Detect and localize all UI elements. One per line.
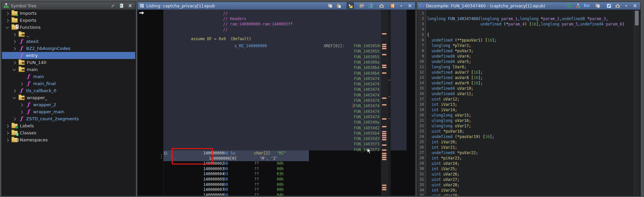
dropdown-icon[interactable]: ▾ bbox=[623, 3, 630, 9]
tree-item-main[interactable]: main bbox=[2, 66, 135, 73]
change-marker[interactable] bbox=[382, 153, 386, 154]
tree-item-tls_callback_0[interactable]: ƒtls_callback_0 bbox=[2, 87, 135, 94]
xref-item[interactable]: FUN_14035f3 bbox=[354, 141, 380, 147]
edit-icon[interactable] bbox=[109, 3, 116, 9]
change-marker[interactable] bbox=[382, 189, 386, 190]
graph-icon[interactable] bbox=[575, 3, 581, 9]
hex-row[interactable]: 14000000700??00h bbox=[163, 187, 407, 192]
snapshot-icon[interactable] bbox=[378, 3, 385, 9]
change-marker[interactable] bbox=[382, 137, 386, 138]
tree-item-main_final[interactable]: ƒmain_final bbox=[2, 80, 135, 87]
chevron-down-icon[interactable] bbox=[12, 97, 16, 98]
tree-item-Imports[interactable]: Imports bbox=[2, 10, 135, 17]
decompile-scrollbar[interactable] bbox=[634, 10, 639, 195]
chevron-right-icon[interactable] bbox=[5, 125, 9, 127]
hex-row[interactable]: 14000000600??00h bbox=[163, 182, 407, 187]
copy-icon[interactable] bbox=[327, 3, 333, 9]
change-marker[interactable] bbox=[382, 48, 386, 49]
scrollbar-thumb[interactable] bbox=[635, 11, 639, 25]
xref-item[interactable]: FUN_14035d3 bbox=[354, 136, 380, 141]
chevron-right-icon[interactable] bbox=[5, 12, 9, 15]
snapshot-icon[interactable] bbox=[614, 3, 621, 9]
change-marker[interactable] bbox=[382, 72, 386, 74]
tree-item-wrapper_[interactable]: wrapper_ bbox=[2, 94, 135, 101]
close-icon[interactable]: × bbox=[127, 3, 133, 9]
margin-book-icon[interactable] bbox=[389, 3, 396, 9]
chevron-right-icon[interactable] bbox=[19, 104, 23, 106]
tree-item-Namespaces[interactable]: {}Namespaces bbox=[2, 136, 135, 143]
change-marker[interactable] bbox=[382, 144, 386, 146]
xref-item[interactable]: FUN_1403474 bbox=[354, 114, 380, 120]
xref-item[interactable]: FUN_1403474 bbox=[354, 103, 380, 109]
change-marker[interactable] bbox=[382, 149, 386, 151]
chevron-right-icon[interactable] bbox=[12, 118, 16, 120]
hex-row[interactable]: 14000000804??04h bbox=[163, 192, 407, 196]
chevron-down-icon[interactable] bbox=[12, 69, 16, 70]
change-marker[interactable] bbox=[382, 33, 386, 35]
dropdown-icon[interactable]: ▾ bbox=[398, 3, 405, 9]
listing-scrollbar[interactable] bbox=[388, 10, 391, 195]
xref-item[interactable]: FUN_14030b4 bbox=[354, 71, 380, 76]
tree-item-BZ2_hbAssignCodes[interactable]: ƒBZ2_hbAssignCodes bbox=[2, 45, 135, 52]
change-marker[interactable] bbox=[382, 46, 386, 47]
decompile-body[interactable]: 1234567891011121314151617181920212223242… bbox=[417, 10, 640, 195]
change-marker[interactable] bbox=[382, 185, 386, 186]
import-icon[interactable] bbox=[118, 3, 125, 9]
hex-row[interactable]: 14000000300??00h bbox=[163, 166, 407, 172]
marker-margin[interactable] bbox=[381, 10, 388, 195]
chevron-right-icon[interactable] bbox=[5, 132, 9, 134]
change-marker[interactable] bbox=[382, 187, 386, 188]
change-marker[interactable] bbox=[382, 131, 386, 132]
tree-item-FUN_140[interactable]: FUN_140 bbox=[2, 59, 135, 66]
tree-item-main[interactable]: ƒmain bbox=[2, 73, 135, 80]
close-icon[interactable]: × bbox=[407, 3, 413, 9]
tree-item-_[interactable]: _ bbox=[2, 31, 135, 38]
tree-item-Functions[interactable]: fFunctions bbox=[2, 24, 135, 31]
change-marker[interactable] bbox=[382, 155, 386, 156]
xref-item[interactable]: FUN_1403474 bbox=[354, 76, 380, 81]
change-marker[interactable] bbox=[382, 67, 386, 68]
refresh-icon[interactable] bbox=[566, 3, 573, 9]
change-marker[interactable] bbox=[382, 157, 386, 158]
rotate-mode-button[interactable]: Ro bbox=[583, 3, 590, 9]
tree-item-wrapper_2[interactable]: ƒwrapper_2 bbox=[2, 101, 135, 108]
tree-item-wrapper_main[interactable]: ƒwrapper_main bbox=[2, 108, 135, 115]
header-bars-icon[interactable] bbox=[358, 3, 365, 9]
chevron-right-icon[interactable] bbox=[12, 61, 16, 64]
chevron-right-icon[interactable] bbox=[19, 111, 23, 113]
change-marker[interactable] bbox=[382, 97, 386, 99]
listing-titlebar[interactable]: Listing: captcha_privacy[1].epub ▾ × bbox=[138, 2, 415, 10]
listing-body[interactable]: // // Headers // ram:140000000-ram:14000… bbox=[138, 10, 415, 195]
change-marker[interactable] bbox=[382, 118, 386, 120]
change-marker[interactable] bbox=[382, 104, 386, 106]
change-marker[interactable] bbox=[382, 44, 386, 45]
tree-item-Exports[interactable]: Exports bbox=[2, 17, 135, 24]
chevron-right-icon[interactable] bbox=[5, 139, 9, 141]
xref-item[interactable]: FUN_1403055 bbox=[354, 54, 380, 60]
diff-icon[interactable] bbox=[367, 3, 374, 9]
change-marker[interactable] bbox=[382, 159, 386, 160]
chevron-right-icon[interactable] bbox=[12, 33, 16, 36]
hex-row[interactable]: 14000000500??00h bbox=[163, 177, 407, 182]
change-marker[interactable] bbox=[382, 54, 386, 55]
xref-item[interactable]: FUN_14030500 bbox=[354, 43, 380, 49]
chevron-right-icon[interactable] bbox=[5, 19, 9, 22]
change-marker[interactable] bbox=[382, 65, 386, 66]
xref-item[interactable]: FUN_1403474 bbox=[354, 92, 380, 98]
collapse-toggle[interactable] bbox=[164, 152, 167, 155]
cursor-select-icon[interactable] bbox=[346, 2, 354, 9]
tree-item-atexit[interactable]: ƒatexit bbox=[2, 38, 135, 45]
edit-icon[interactable] bbox=[605, 3, 612, 9]
tree-item-ZSTD_count_2segments[interactable]: ƒZSTD_count_2segments bbox=[2, 115, 135, 122]
xref-item[interactable]: FUN_1403474 bbox=[354, 87, 380, 92]
close-icon[interactable]: × bbox=[632, 3, 638, 9]
xref-item[interactable]: FUN_14030b4 bbox=[354, 65, 380, 70]
change-marker[interactable] bbox=[382, 126, 386, 127]
tree-item-Classes[interactable]: CClasses bbox=[2, 129, 135, 136]
symbol-tree-titlebar[interactable]: Symbol Tree × bbox=[2, 2, 136, 10]
xref-item[interactable]: FUN_14034d2 bbox=[354, 125, 380, 131]
change-marker[interactable] bbox=[382, 133, 386, 134]
xref-item[interactable]: FUN_140309a bbox=[354, 60, 380, 65]
chevron-down-icon[interactable] bbox=[5, 26, 9, 28]
drag-handle[interactable] bbox=[161, 153, 162, 159]
